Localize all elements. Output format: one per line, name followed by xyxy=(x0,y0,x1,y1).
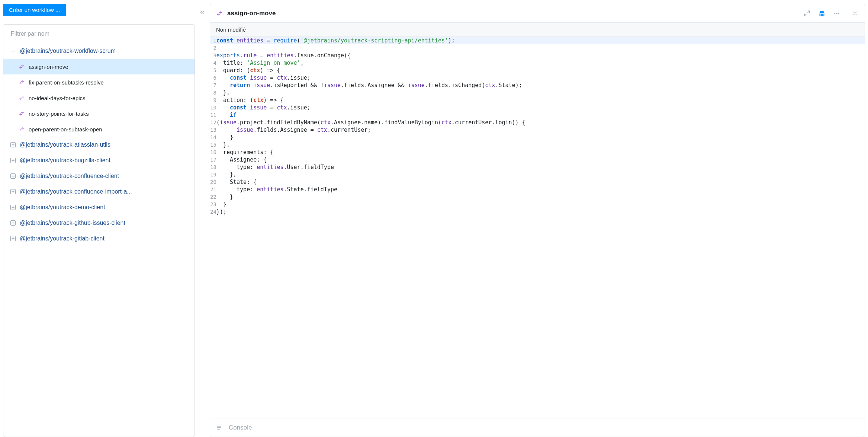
line-number: 14 xyxy=(210,134,216,141)
svg-point-2 xyxy=(822,14,824,16)
code-line[interactable]: }); xyxy=(216,208,865,216)
expand-icon[interactable] xyxy=(10,220,16,226)
code-line[interactable]: State: { xyxy=(216,178,865,186)
code-line[interactable]: }, xyxy=(216,171,865,178)
tree-rule-label: assign-on-move xyxy=(29,64,68,70)
code-editor[interactable]: 1const entities = require('@jetbrains/yo… xyxy=(210,37,865,418)
line-number: 16 xyxy=(210,149,216,156)
line-number: 20 xyxy=(210,178,216,186)
tree-package[interactable]: @jetbrains/youtrack-gitlab-client xyxy=(3,231,195,246)
code-line[interactable]: } xyxy=(216,134,865,141)
tree-package[interactable]: @jetbrains/youtrack-atlassian-utils xyxy=(3,137,195,153)
line-number: 1 xyxy=(210,37,216,44)
code-line[interactable]: if xyxy=(216,111,865,119)
line-number: 12 xyxy=(210,119,216,126)
tree-rule[interactable]: open-parent-on-subtask-open xyxy=(3,121,195,137)
line-number: 22 xyxy=(210,193,216,201)
tree-rule-label: open-parent-on-subtask-open xyxy=(29,126,102,133)
tree-package[interactable]: —@jetbrains/youtrack-workflow-scrum xyxy=(3,43,195,59)
code-line[interactable]: title: 'Assign on move', xyxy=(216,59,865,67)
rule-icon xyxy=(18,63,25,70)
expand-icon[interactable] xyxy=(10,236,16,242)
line-number: 4 xyxy=(210,59,216,67)
expand-icon[interactable] xyxy=(10,157,16,163)
code-line[interactable]: } xyxy=(216,201,865,208)
expand-editor-button[interactable] xyxy=(800,6,814,21)
rule-icon xyxy=(18,95,25,101)
expand-icon[interactable] xyxy=(10,204,16,210)
tree-package[interactable]: @jetbrains/youtrack-confluence-client xyxy=(3,168,195,184)
code-line[interactable]: type: entities.User.fieldType xyxy=(216,163,865,171)
workflow-sidebar: —@jetbrains/youtrack-workflow-scrumassig… xyxy=(3,24,195,437)
tree-package-label: @jetbrains/youtrack-gitlab-client xyxy=(20,235,105,242)
code-line[interactable]: }, xyxy=(216,141,865,149)
console-label: Console xyxy=(229,424,252,431)
tree-rule[interactable]: assign-on-move xyxy=(3,59,195,74)
line-number: 11 xyxy=(210,111,216,119)
tree-package-label: @jetbrains/youtrack-confluence-import-a.… xyxy=(20,188,132,195)
tree-package-label: @jetbrains/youtrack-atlassian-utils xyxy=(20,141,110,148)
tree-package[interactable]: @jetbrains/youtrack-demo-client xyxy=(3,200,195,215)
code-line[interactable]: issue.fields.Assignee = ctx.currentUser; xyxy=(216,126,865,134)
line-number: 18 xyxy=(210,163,216,171)
code-line[interactable]: } xyxy=(216,193,865,201)
expand-icon[interactable] xyxy=(10,189,16,195)
tree-rule[interactable]: no-story-points-for-tasks xyxy=(3,106,195,121)
code-line[interactable]: return issue.isReported && !issue.fields… xyxy=(216,82,865,89)
expand-icon[interactable] xyxy=(10,142,16,148)
svg-point-5 xyxy=(838,13,839,14)
code-line[interactable]: }, xyxy=(216,89,865,96)
rule-icon xyxy=(18,110,25,117)
code-line[interactable]: type: entities.State.fieldType xyxy=(216,186,865,193)
tree-rule-label: fix-parent-on-subtasks-resolve xyxy=(29,79,104,86)
chevrons-left-icon xyxy=(199,9,206,16)
rule-icon xyxy=(216,10,223,17)
code-line[interactable]: const issue = ctx.issue; xyxy=(216,104,865,111)
incognito-icon xyxy=(818,10,826,17)
code-line[interactable]: Assignee: { xyxy=(216,156,865,163)
incognito-button[interactable] xyxy=(814,6,829,21)
maximize-icon xyxy=(804,10,810,17)
close-icon xyxy=(852,10,858,16)
console-icon xyxy=(216,425,223,431)
filter-input[interactable] xyxy=(11,31,187,37)
collapse-icon[interactable]: — xyxy=(10,48,16,54)
close-editor-button[interactable] xyxy=(848,6,862,21)
header-separator xyxy=(846,8,846,19)
line-number: 23 xyxy=(210,201,216,208)
tree-rule[interactable]: no-ideal-days-for-epics xyxy=(3,90,195,106)
more-actions-button[interactable] xyxy=(829,6,844,21)
tree-package[interactable]: @jetbrains/youtrack-github-issues-client xyxy=(3,215,195,231)
tree-package-label: @jetbrains/youtrack-confluence-client xyxy=(20,173,119,179)
line-number: 10 xyxy=(210,104,216,111)
line-number: 24 xyxy=(210,208,216,216)
console-toggle[interactable]: Console xyxy=(210,418,865,437)
code-line[interactable]: guard: (ctx) => { xyxy=(216,67,865,74)
line-number: 15 xyxy=(210,141,216,149)
code-line[interactable]: exports.rule = entities.Issue.onChange({ xyxy=(216,52,865,59)
tree-package[interactable]: @jetbrains/youtrack-confluence-import-a.… xyxy=(3,184,195,200)
line-number: 9 xyxy=(210,96,216,104)
code-line[interactable]: const entities = require('@jetbrains/you… xyxy=(216,37,865,44)
svg-rect-0 xyxy=(819,13,825,13)
editor-header: assign-on-move xyxy=(210,4,865,23)
tree-package[interactable]: @jetbrains/youtrack-bugzilla-client xyxy=(3,153,195,168)
code-line[interactable]: requirements: { xyxy=(216,149,865,156)
svg-point-1 xyxy=(820,14,822,16)
tree-package-label: @jetbrains/youtrack-bugzilla-client xyxy=(20,157,110,164)
code-line[interactable]: (issue.project.findFieldByName(ctx.Assig… xyxy=(216,119,865,126)
line-number: 19 xyxy=(210,171,216,178)
line-number: 13 xyxy=(210,126,216,134)
create-workflow-button[interactable]: Créer un workflow ... xyxy=(3,4,66,16)
collapse-sidebar-button[interactable] xyxy=(195,4,210,437)
line-number: 7 xyxy=(210,82,216,89)
line-number: 17 xyxy=(210,156,216,163)
expand-icon[interactable] xyxy=(10,173,16,179)
code-line[interactable]: action: (ctx) => { xyxy=(216,96,865,104)
workflow-tree: —@jetbrains/youtrack-workflow-scrumassig… xyxy=(3,41,195,251)
code-line[interactable]: const issue = ctx.issue; xyxy=(216,74,865,82)
tree-rule[interactable]: fix-parent-on-subtasks-resolve xyxy=(3,74,195,90)
rule-icon xyxy=(18,126,25,133)
code-line[interactable] xyxy=(216,44,865,52)
line-number: 5 xyxy=(210,67,216,74)
